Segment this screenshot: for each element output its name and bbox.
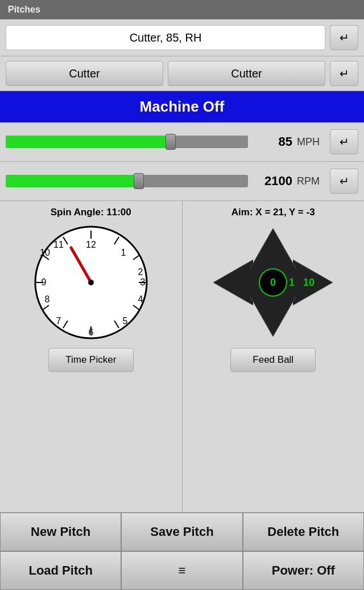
time-picker-button[interactable]: Time Picker (48, 348, 134, 372)
menu-button[interactable]: ≡ (121, 551, 242, 590)
pitch-type-row: Cutter Cutter ↵ (0, 56, 364, 91)
pitch-type-right-button[interactable]: Cutter (168, 61, 325, 86)
aim-title: Aim: X = 21, Y = -3 (231, 207, 315, 218)
svg-text:0: 0 (270, 277, 276, 288)
spin-panel: Spin Angle: 11:00 12 1 2 (0, 201, 183, 512)
enter-icon: ↵ (340, 67, 349, 80)
rpm-enter-button[interactable]: ↵ (330, 169, 358, 194)
svg-marker-29 (213, 260, 253, 305)
speed-unit: MPH (297, 136, 325, 148)
machine-status-label: Machine Off (140, 98, 225, 115)
load-pitch-button[interactable]: Load Pitch (0, 551, 121, 590)
pitch-name-row: ↵ (0, 19, 364, 56)
svg-text:11: 11 (53, 240, 64, 249)
new-pitch-button[interactable]: New Pitch (0, 513, 121, 551)
rpm-slider-row: 2100 RPM ↵ (0, 162, 364, 201)
machine-status-bar[interactable]: Machine Off (0, 91, 364, 122)
svg-marker-27 (250, 228, 296, 268)
svg-text:6: 6 (88, 327, 93, 337)
rpm-slider-track[interactable] (6, 175, 248, 187)
svg-text:12: 12 (86, 240, 96, 249)
power-button[interactable]: Power: Off (243, 551, 364, 590)
bottom-row-2: Load Pitch ≡ Power: Off (0, 551, 364, 590)
enter-icon: ↵ (340, 31, 349, 44)
speed-enter-button[interactable]: ↵ (330, 129, 358, 154)
rpm-value: 2100 (253, 174, 292, 189)
sliders-section: 85 MPH ↵ 2100 RPM ↵ (0, 122, 364, 201)
spin-title: Spin Angle: 11:00 (51, 207, 131, 218)
svg-marker-28 (250, 297, 296, 337)
svg-text:10: 10 (303, 277, 315, 288)
speed-slider-track[interactable] (6, 136, 248, 148)
rpm-unit: RPM (297, 175, 325, 187)
svg-text:7: 7 (56, 316, 61, 326)
rpm-slider-fill (6, 175, 139, 187)
pitch-name-enter-button[interactable]: ↵ (330, 25, 358, 50)
pitch-name-input[interactable] (6, 25, 325, 50)
feed-ball-button[interactable]: Feed Ball (230, 348, 316, 372)
bottom-row-1: New Pitch Save Pitch Delete Pitch (0, 513, 364, 551)
svg-text:3: 3 (140, 277, 145, 287)
clock-svg[interactable]: 12 1 2 3 4 5 (31, 223, 151, 342)
bottom-buttons: New Pitch Save Pitch Delete Pitch Load P… (0, 513, 364, 590)
speed-slider-fill (6, 136, 171, 148)
aim-panel: Aim: X = 21, Y = -3 (183, 201, 365, 512)
speed-value: 85 (253, 134, 292, 149)
clock-container[interactable]: 12 1 2 3 4 5 (31, 223, 151, 342)
title-bar: Pitches (0, 0, 364, 19)
app-title: Pitches (8, 5, 40, 14)
svg-text:8: 8 (44, 294, 49, 304)
svg-text:5: 5 (122, 316, 127, 326)
enter-icon: ↵ (340, 174, 349, 188)
pitch-type-enter-button[interactable]: ↵ (330, 61, 358, 86)
svg-text:4: 4 (138, 294, 143, 304)
pitch-type-left-button[interactable]: Cutter (6, 61, 163, 86)
delete-pitch-button[interactable]: Delete Pitch (243, 513, 364, 551)
rpm-slider-thumb[interactable] (134, 173, 144, 189)
svg-text:2: 2 (138, 267, 143, 277)
save-pitch-button[interactable]: Save Pitch (121, 513, 242, 551)
svg-text:1: 1 (289, 277, 295, 288)
aim-diamond-svg[interactable]: 0 1 10 (208, 223, 338, 342)
speed-slider-thumb[interactable] (166, 134, 176, 150)
enter-icon: ↵ (340, 135, 349, 149)
svg-text:10: 10 (40, 248, 50, 257)
svg-text:9: 9 (41, 277, 46, 287)
svg-text:1: 1 (121, 248, 126, 257)
speed-slider-row: 85 MPH ↵ (0, 122, 364, 162)
aim-diamond-container[interactable]: 0 1 10 (208, 223, 338, 342)
svg-point-26 (88, 280, 94, 285)
controls-area: Spin Angle: 11:00 12 1 2 (0, 201, 364, 513)
